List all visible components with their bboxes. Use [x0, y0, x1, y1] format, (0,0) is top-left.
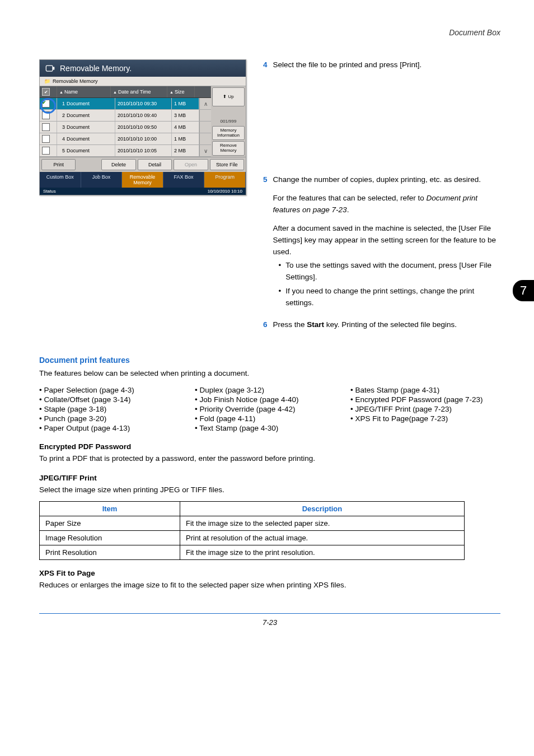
- cell-desc: Print at resolution of the actual image.: [180, 530, 465, 545]
- sort-icon: ▲: [59, 90, 63, 94]
- status-time: 10/10/2010 10:10: [208, 189, 242, 194]
- feature-item: • JPEG/TIFF Print (page 7-23): [350, 405, 500, 413]
- step-number: 5: [263, 174, 268, 311]
- open-button[interactable]: Open: [174, 159, 208, 170]
- scroll-track-button[interactable]: [199, 122, 211, 133]
- tab-program[interactable]: Program: [204, 172, 246, 188]
- cell-size: 4 MB: [172, 122, 199, 133]
- step-number: 4: [263, 59, 268, 71]
- cell-size: 1 MB: [172, 133, 199, 144]
- table-row[interactable]: 3 Document2010/10/10 09:504 MB: [40, 122, 211, 133]
- status-bar: Status 10/10/2010 10:10: [40, 188, 246, 195]
- step-text: For the features that can be selected, r…: [273, 193, 500, 216]
- svg-rect-1: [53, 67, 54, 70]
- col-header-size[interactable]: ▲Size: [167, 86, 195, 97]
- table-row[interactable]: 5 Document2010/10/10 10:052 MB∨: [40, 145, 211, 157]
- table-row: Paper SizeFit the image size to the sele…: [40, 516, 465, 530]
- cell-date: 2010/10/10 09:50: [115, 122, 172, 133]
- cell-size: 1 MB: [172, 98, 199, 109]
- feature-item: • Paper Selection (page 4-3): [39, 386, 189, 394]
- panel-title-bar: Removable Memory.: [40, 60, 246, 77]
- step-number: 6: [263, 319, 268, 331]
- feature-item: • Encrypted PDF Password (page 7-23): [350, 395, 500, 404]
- feature-item: • Priority Override (page 4-42): [195, 405, 345, 413]
- tab-job-box[interactable]: Job Box: [81, 172, 123, 188]
- section-heading: Document print features: [39, 356, 500, 365]
- remove-memory-button[interactable]: Remove Memory: [212, 141, 245, 156]
- cell-name: 2 Document: [57, 110, 115, 121]
- status-label[interactable]: Status: [43, 189, 56, 194]
- breadcrumb-text: Removable Memory: [53, 78, 98, 84]
- page-number: 7-23: [39, 614, 500, 627]
- feature-item: • Punch (page 3-20): [39, 414, 189, 423]
- feature-column: • Bates Stamp (page 4-31)• Encrypted PDF…: [350, 385, 500, 433]
- up-arrow-icon: ⬆: [223, 95, 227, 100]
- body-paragraph: To print a PDF that is protected by a pa…: [39, 453, 500, 464]
- cell-date: 2010/10/10 09:30: [115, 98, 172, 109]
- cell-name: 5 Document: [57, 145, 115, 156]
- sort-icon: ▲: [170, 90, 174, 94]
- table-row[interactable]: 4 Document2010/10/10 10:001 MB: [40, 133, 211, 145]
- cell-name: 3 Document: [57, 122, 115, 133]
- store-file-button[interactable]: Store File: [210, 159, 244, 170]
- feature-column: • Paper Selection (page 4-3)• Collate/Of…: [39, 385, 189, 433]
- feature-item: • Bates Stamp (page 4-31): [350, 386, 500, 394]
- table-header: ▲Name ▲Date and Time ▲Size: [40, 86, 211, 98]
- row-checkbox[interactable]: [42, 147, 50, 155]
- section-intro: The features below can be selected when …: [39, 368, 500, 379]
- scroll-up-button[interactable]: ∧: [199, 98, 211, 109]
- step-text: Select the file to be printed and press …: [273, 59, 500, 71]
- bullet-icon: •: [279, 260, 282, 283]
- cell-item: Print Resolution: [40, 545, 180, 559]
- tab-custom-box[interactable]: Custom Box: [40, 172, 81, 188]
- tab-removable-memory[interactable]: Removable Memory: [122, 172, 163, 188]
- page-count: 001/999: [212, 118, 245, 125]
- row-checkbox[interactable]: [42, 123, 50, 131]
- step-text: Change the number of copies, duplex prin…: [273, 174, 500, 186]
- feature-column: • Duplex (page 3-12)• Job Finish Notice …: [195, 385, 345, 433]
- feature-item: • Job Finish Notice (page 4-40): [195, 395, 345, 404]
- step-text: Press the Start key. Printing of the sel…: [273, 319, 500, 331]
- cell-desc: Fit the image size to the selected paper…: [180, 516, 465, 530]
- tab-fax-box[interactable]: FAX Box: [163, 172, 205, 188]
- delete-button[interactable]: Delete: [101, 159, 135, 170]
- sort-icon: ▲: [113, 90, 117, 94]
- print-button[interactable]: Print: [41, 159, 76, 170]
- col-header-name[interactable]: ▲Name: [57, 86, 111, 97]
- page-header: Document Box: [39, 28, 500, 37]
- table-row[interactable]: 1 Document2010/10/10 09:301 MB∧: [40, 98, 211, 110]
- sub-heading: Encrypted PDF Password: [39, 442, 500, 451]
- panel-title-text: Removable Memory.: [60, 64, 132, 73]
- cell-name: 4 Document: [57, 133, 115, 144]
- row-checkbox[interactable]: [42, 135, 50, 143]
- cell-desc: Fit the image size to the print resoluti…: [180, 545, 465, 559]
- jpeg-tiff-table: Item Description Paper SizeFit the image…: [39, 501, 465, 560]
- select-all-checkbox[interactable]: [42, 88, 50, 96]
- table-header-item: Item: [40, 501, 180, 516]
- chapter-tab: 7: [513, 280, 534, 301]
- feature-item: • Fold (page 4-11): [195, 414, 345, 423]
- removable-memory-panel: Removable Memory. 📁 Removable Memory ▲Na…: [39, 59, 246, 195]
- cell-date: 2010/10/10 10:05: [115, 145, 172, 156]
- breadcrumb[interactable]: 📁 Removable Memory: [40, 77, 246, 86]
- scroll-track-button[interactable]: [199, 110, 211, 121]
- body-paragraph: Select the image size when printing JPEG…: [39, 484, 500, 496]
- feature-item: • Collate/Offset (page 3-14): [39, 395, 189, 404]
- table-row: Image ResolutionPrint at resolution of t…: [40, 530, 465, 545]
- col-header-date[interactable]: ▲Date and Time: [111, 86, 167, 97]
- cell-item: Paper Size: [40, 516, 180, 530]
- svg-rect-0: [46, 66, 53, 71]
- detail-button[interactable]: Detail: [138, 159, 172, 170]
- table-row[interactable]: 2 Document2010/10/10 09:403 MB: [40, 110, 211, 122]
- step-sub-text: If you need to change the print settings…: [285, 286, 500, 309]
- body-paragraph: Reduces or enlarges the image size to fi…: [39, 580, 500, 591]
- step-sub-text: To use the settings saved with the docum…: [285, 260, 500, 283]
- row-checkbox[interactable]: [42, 100, 50, 108]
- up-button[interactable]: ⬆Up: [212, 87, 245, 106]
- scroll-down-button[interactable]: ∨: [199, 145, 211, 156]
- cell-date: 2010/10/10 09:40: [115, 110, 172, 121]
- scroll-track-button[interactable]: [199, 133, 211, 144]
- memory-info-button[interactable]: Memory Information: [212, 126, 245, 141]
- table-header-desc: Description: [180, 501, 465, 516]
- folder-icon: 📁: [44, 78, 50, 84]
